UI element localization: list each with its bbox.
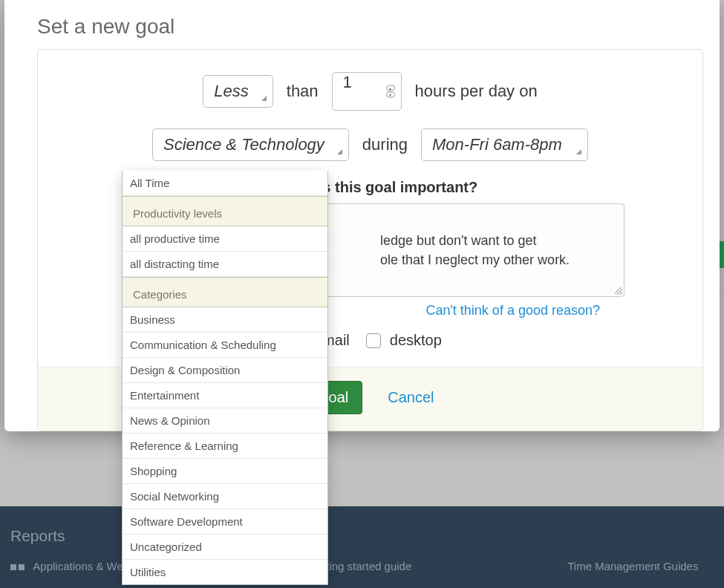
dropdown-option[interactable]: Entertainment bbox=[123, 383, 327, 408]
category-dropdown-menu[interactable]: All TimeProductivity levelsall productiv… bbox=[122, 171, 328, 585]
hours-input[interactable]: 1 ▴ ▾ bbox=[332, 72, 402, 111]
dropdown-option[interactable]: Reference & Learning bbox=[123, 434, 327, 459]
footer-heading: Reports bbox=[10, 527, 714, 545]
footer-links: Applications & Websites Getting started … bbox=[10, 560, 714, 572]
dropdown-option[interactable]: Business bbox=[123, 307, 327, 333]
dropdown-option[interactable]: News & Opinion bbox=[123, 408, 327, 434]
dropdown-option[interactable]: all distracting time bbox=[123, 252, 327, 277]
dropdown-option[interactable]: Uncategorized bbox=[123, 535, 327, 560]
modal-title: Set a new goal bbox=[37, 15, 703, 39]
set-goal-modal: Set a new goal Less than 1 ▴ ▾ bbox=[4, 0, 720, 431]
dropdown-option[interactable]: Utilities bbox=[123, 560, 327, 584]
dropdown-option[interactable]: Social Networking bbox=[123, 484, 327, 509]
text-units: hours per day on bbox=[415, 82, 538, 101]
chevron-down-icon[interactable]: ▾ bbox=[386, 92, 395, 98]
category-select-value: Science & Technology bbox=[163, 135, 325, 154]
schedule-select-value: Mon-Fri 6am-8pm bbox=[432, 135, 562, 154]
dropdown-option[interactable]: All Time bbox=[123, 171, 327, 196]
footer-link-time-mgmt[interactable]: Time Management Guides bbox=[567, 560, 698, 572]
resize-handle-icon[interactable] bbox=[615, 287, 622, 295]
stepper-icon[interactable]: ▴ ▾ bbox=[386, 85, 397, 98]
alerts-row: Alerts: ✓ email desktop bbox=[290, 332, 680, 349]
dropdown-option[interactable]: all productive time bbox=[123, 226, 327, 252]
chevron-down-icon bbox=[576, 149, 581, 154]
schedule-select[interactable]: Mon-Fri 6am-8pm bbox=[421, 128, 588, 161]
direction-select-value: Less bbox=[214, 82, 248, 101]
reason-textarea-value: ledge but don't want to get ole that I n… bbox=[380, 233, 570, 267]
hint-link[interactable]: Can't think of a good reason? bbox=[425, 303, 600, 318]
direction-select[interactable]: Less bbox=[203, 75, 273, 108]
chevron-up-icon[interactable]: ▴ bbox=[386, 85, 395, 91]
checkbox-unchecked-icon[interactable] bbox=[366, 333, 381, 348]
dropdown-group-header: Categories bbox=[123, 277, 327, 307]
text-during: during bbox=[362, 135, 408, 154]
dropdown-option[interactable]: Shopping bbox=[123, 459, 327, 484]
chevron-down-icon bbox=[261, 96, 267, 101]
dropdown-group-header: Productivity levels bbox=[123, 196, 327, 226]
reason-question-label: Why is this goal important? bbox=[283, 179, 680, 196]
hours-input-value: 1 bbox=[343, 73, 352, 91]
chevron-down-icon bbox=[337, 149, 342, 154]
category-select[interactable]: Science & Technology bbox=[152, 128, 349, 161]
footer: Reports Applications & Websites Getting … bbox=[0, 506, 724, 588]
text-than: than bbox=[287, 82, 319, 101]
cancel-button[interactable]: Cancel bbox=[388, 389, 434, 406]
goal-row-2: Science & Technology during Mon-Fri 6am-… bbox=[60, 128, 680, 161]
alert-desktop-label: desktop bbox=[390, 332, 442, 349]
dropdown-option[interactable]: Design & Composition bbox=[123, 358, 327, 383]
dropdown-option[interactable]: Software Development bbox=[123, 509, 327, 535]
grid-icon bbox=[10, 564, 25, 570]
dropdown-option[interactable]: Communication & Scheduling bbox=[123, 333, 327, 358]
alert-desktop[interactable]: desktop bbox=[366, 332, 442, 349]
goal-row-1: Less than 1 ▴ ▾ hours per day on bbox=[60, 72, 680, 111]
